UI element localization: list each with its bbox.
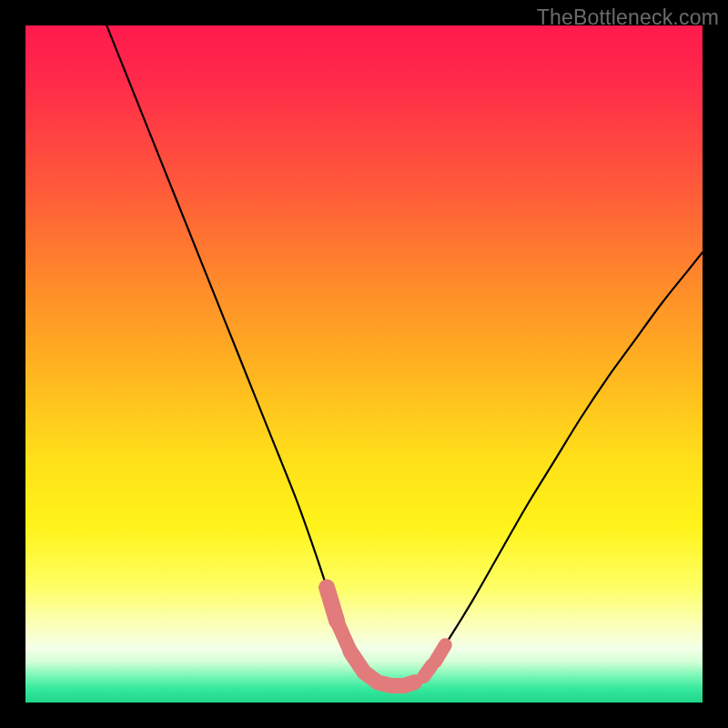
chart-frame: TheBottleneck.com [0, 0, 728, 728]
plot-area [25, 25, 703, 703]
curve-layer [25, 25, 703, 703]
watermark-text: TheBottleneck.com [537, 5, 719, 30]
highlight-segments [327, 588, 445, 686]
bottleneck-curve [106, 25, 703, 686]
